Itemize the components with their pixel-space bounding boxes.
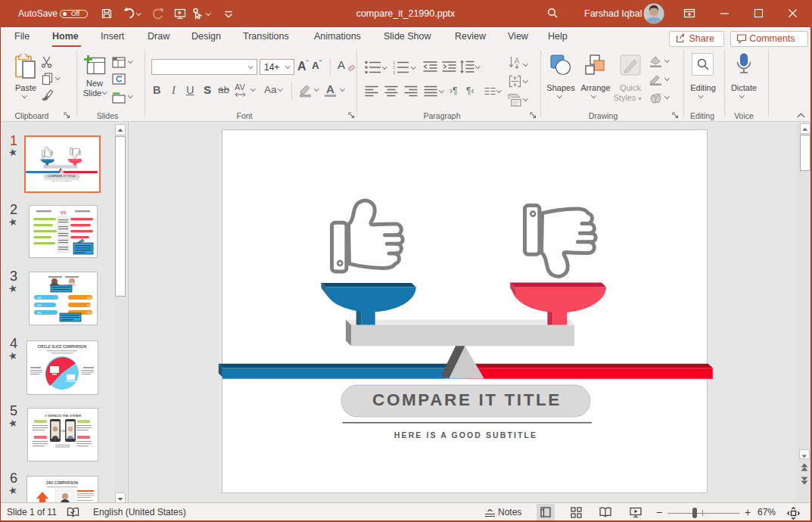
svg-text:000: 000 bbox=[87, 312, 92, 315]
svg-text:000: 000 bbox=[87, 297, 92, 300]
svg-text:2: 2 bbox=[393, 65, 395, 70]
svg-text:COMPARE IT TITLE: COMPARE IT TITLE bbox=[372, 390, 562, 409]
svg-text:A: A bbox=[515, 56, 520, 65]
svg-text:3: 3 bbox=[393, 70, 395, 75]
svg-text:2IN1 COMPARISON: 2IN1 COMPARISON bbox=[46, 481, 79, 485]
svg-text:‹ VS ›: ‹ VS › bbox=[59, 429, 67, 433]
svg-text:1: 1 bbox=[393, 61, 395, 65]
svg-text:000: 000 bbox=[37, 312, 42, 315]
svg-text:CIRCLE SLICE COMPARISON: CIRCLE SLICE COMPARISON bbox=[38, 345, 87, 349]
svg-text:1 VERSUS THE OTHER: 1 VERSUS THE OTHER bbox=[45, 414, 82, 418]
svg-text:000: 000 bbox=[87, 304, 92, 307]
svg-text:000: 000 bbox=[37, 297, 42, 300]
svg-text:VS: VS bbox=[60, 210, 66, 215]
svg-text:000: 000 bbox=[37, 304, 42, 307]
svg-text:HERE IS A GOOD SUBTITLE: HERE IS A GOOD SUBTITLE bbox=[394, 430, 537, 440]
